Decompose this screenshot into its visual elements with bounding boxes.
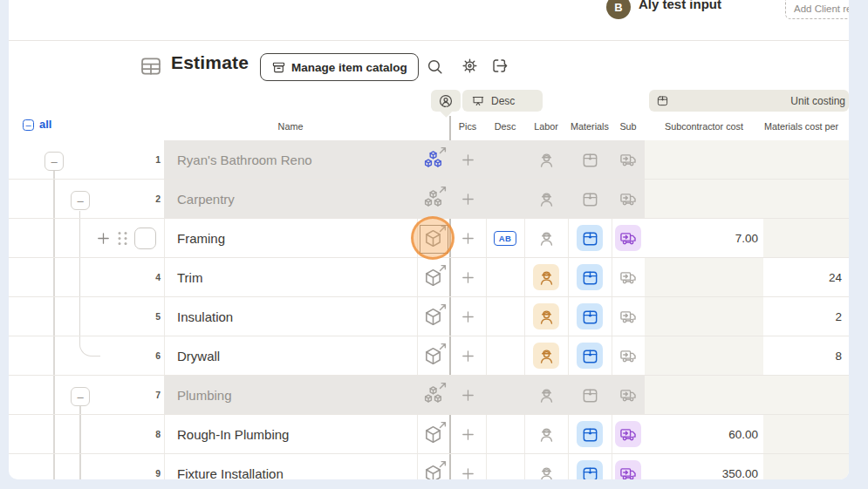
item-type-cell[interactable] [417,258,449,296]
labor-icon[interactable] [533,303,559,329]
materials-icon[interactable] [577,382,603,408]
materials-cell[interactable] [568,376,612,414]
labor-icon[interactable] [533,421,559,447]
drag-handle-icon[interactable] [117,230,128,247]
unit-costing-band[interactable]: Unit costing [649,90,849,112]
export-icon[interactable] [490,57,509,75]
materials-cell[interactable] [568,297,612,336]
materials-icon[interactable] [577,225,603,251]
item-name[interactable]: Drywall [164,336,417,375]
materials-cost-cell[interactable] [763,376,849,414]
column-header-desc[interactable]: Desc [486,121,524,139]
desc-cell[interactable] [486,258,524,296]
materials-icon[interactable] [577,146,603,173]
labor-icon[interactable] [533,460,559,479]
column-header-subcontractor-cost[interactable]: Subcontractor cost [645,121,763,139]
add-photo-icon[interactable] [460,269,476,286]
labor-icon[interactable] [533,343,559,369]
materials-cost-cell[interactable]: 2 [763,297,849,336]
sub-cell[interactable] [612,258,645,296]
item-type-cell[interactable] [417,140,449,179]
item-name[interactable]: Ryan's Bathroom Reno [164,140,417,179]
labor-cell[interactable] [524,219,568,257]
sub-icon[interactable] [615,421,641,447]
pics-cell[interactable] [449,454,486,479]
labor-cell[interactable] [524,336,568,375]
materials-cost-cell[interactable] [763,415,849,453]
materials-icon[interactable] [577,264,603,290]
avatar[interactable]: B [606,0,631,19]
item-name[interactable]: Carpentry [164,180,417,218]
item-type-cell[interactable] [417,454,449,479]
materials-cell[interactable] [568,258,612,296]
item-name[interactable]: Trim [164,258,417,296]
pics-cell[interactable] [449,376,486,414]
materials-cost-cell[interactable]: 24 [763,258,849,296]
add-client-button[interactable]: Add Client rel [785,0,849,19]
pics-cell[interactable] [449,180,486,218]
materials-cell[interactable] [568,219,612,257]
add-photo-icon[interactable] [460,348,476,364]
sub-cell[interactable] [612,336,645,375]
sub-cell[interactable] [612,454,645,479]
desc-cell[interactable] [486,140,524,179]
desc-cell[interactable] [486,454,524,479]
materials-cost-cell[interactable]: 8 [763,336,849,375]
row-checkbox[interactable] [134,228,156,249]
add-photo-icon[interactable] [460,309,476,325]
subcontractor-cost-cell[interactable] [645,140,763,179]
subcontractor-cost-cell[interactable] [645,376,763,414]
materials-cost-cell[interactable] [763,219,849,257]
materials-cell[interactable] [568,415,612,453]
labor-cell[interactable] [524,258,568,296]
labor-cell[interactable] [524,376,568,414]
manage-item-catalog-button[interactable]: Manage item catalog [260,53,419,81]
materials-cost-cell[interactable] [763,454,849,479]
subcontractor-cost-cell[interactable] [645,336,763,375]
sub-cell[interactable] [612,219,645,257]
subcontractor-cost-cell[interactable]: 350.00 [645,454,763,479]
materials-icon[interactable] [577,186,603,212]
sub-icon[interactable] [615,264,641,290]
item-type-cell[interactable] [417,376,449,414]
item-name[interactable]: Fixture Installation [164,454,417,479]
materials-icon[interactable] [577,303,603,329]
sub-icon[interactable] [615,382,641,408]
pics-cell[interactable] [449,415,486,453]
labor-icon[interactable] [533,186,559,212]
sub-icon[interactable] [615,343,641,369]
item-name[interactable]: Plumbing [164,376,417,414]
item-name[interactable]: Rough-In Plumbing [164,415,417,453]
sub-cell[interactable] [612,140,645,179]
subcontractor-cost-cell[interactable] [645,297,763,336]
item-type-cell[interactable] [417,180,449,218]
item-type-cell[interactable] [417,297,449,336]
subcontractor-cost-cell[interactable] [645,258,763,296]
subcontractor-cost-cell[interactable] [645,180,763,218]
pics-cell[interactable] [449,258,486,296]
add-photo-icon[interactable] [460,387,476,404]
desc-badge[interactable]: AB [494,231,517,246]
sub-icon[interactable] [615,225,641,251]
materials-icon[interactable] [577,421,603,447]
collapse-row-button[interactable]: – [44,152,64,171]
materials-cell[interactable] [568,180,612,218]
labor-cell[interactable] [524,140,568,179]
column-header-sub[interactable]: Sub [612,121,645,139]
materials-cell[interactable] [568,454,612,479]
column-header-name[interactable]: Name [164,121,417,139]
materials-cell[interactable] [568,336,612,375]
add-photo-icon[interactable] [460,152,476,168]
item-name[interactable]: Framing [164,219,417,257]
item-name[interactable]: Insulation [164,297,417,336]
labor-icon[interactable] [533,264,559,290]
item-type-cell[interactable] [417,415,449,453]
sub-cell[interactable] [612,415,645,453]
item-type-cell[interactable] [417,336,449,375]
subcontractor-cost-cell[interactable]: 60.00 [645,415,763,453]
desc-cell[interactable]: AB [486,219,524,257]
pics-cell[interactable] [449,219,486,257]
pics-cell[interactable] [449,336,486,375]
materials-cell[interactable] [568,140,612,179]
sub-cell[interactable] [612,297,645,336]
